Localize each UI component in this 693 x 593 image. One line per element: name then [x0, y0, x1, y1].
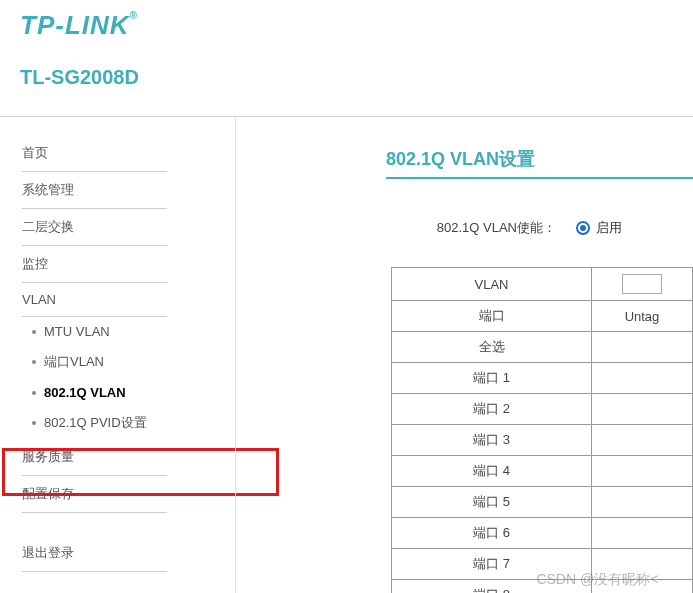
bullet-icon: [32, 330, 36, 334]
nav-port-vlan[interactable]: 端口VLAN: [22, 346, 167, 378]
radio-checked-icon: [576, 221, 590, 235]
watermark: CSDN @没有昵称<-: [536, 571, 663, 589]
sidebar: 首页 系统管理 二层交换 监控 VLAN MTU VLAN 端口VLAN 802…: [0, 117, 235, 593]
nav-pvid[interactable]: 802.1Q PVID设置: [22, 407, 167, 439]
nav-logout[interactable]: 退出登录: [22, 535, 167, 572]
th-port: 端口: [392, 301, 592, 332]
table-row-port: 端口 3: [392, 425, 592, 456]
table-cell-untag[interactable]: [592, 394, 693, 425]
table-cell-untag[interactable]: [592, 425, 693, 456]
table-row-port: 端口 1: [392, 363, 592, 394]
vlan-id-input[interactable]: [622, 274, 662, 294]
nav-8021q-vlan[interactable]: 802.1Q VLAN: [22, 378, 167, 407]
row-select-all[interactable]: 全选: [392, 332, 592, 363]
page-title: 802.1Q VLAN设置: [386, 147, 693, 179]
table-row-port: 端口 4: [392, 456, 592, 487]
bullet-icon: [32, 421, 36, 425]
nav-monitor[interactable]: 监控: [22, 246, 167, 283]
enable-label: 802.1Q VLAN使能：: [416, 219, 576, 237]
bullet-icon: [32, 391, 36, 395]
nav-l2switch[interactable]: 二层交换: [22, 209, 167, 246]
th-vlan: VLAN: [392, 268, 592, 301]
th-untag: Untag: [592, 301, 693, 332]
bullet-icon: [32, 360, 36, 364]
nav-home[interactable]: 首页: [22, 135, 167, 172]
enable-radio[interactable]: 启用: [576, 219, 622, 237]
cell-select-all-untag[interactable]: [592, 332, 693, 363]
table-row-port: 端口 2: [392, 394, 592, 425]
brand-logo: TP-LINK®: [20, 10, 673, 41]
content-panel: 802.1Q VLAN设置 802.1Q VLAN使能： 启用 VLAN 端口 …: [235, 117, 693, 593]
model-label: TL-SG2008D: [20, 66, 673, 101]
nav-qos[interactable]: 服务质量: [22, 439, 167, 476]
table-cell-untag[interactable]: [592, 456, 693, 487]
th-vlan-input-cell: [592, 268, 693, 301]
table-row-port: 端口 6: [392, 518, 592, 549]
table-cell-untag[interactable]: [592, 363, 693, 394]
nav-mtu-vlan[interactable]: MTU VLAN: [22, 317, 167, 346]
nav-system[interactable]: 系统管理: [22, 172, 167, 209]
table-cell-untag[interactable]: [592, 487, 693, 518]
vlan-table: VLAN 端口 Untag 全选 端口 1端口 2端口 3端口 4端口 5端口 …: [391, 267, 693, 593]
nav-save[interactable]: 配置保存: [22, 476, 167, 513]
table-cell-untag[interactable]: [592, 518, 693, 549]
table-row-port: 端口 5: [392, 487, 592, 518]
nav-vlan[interactable]: VLAN: [22, 283, 167, 317]
